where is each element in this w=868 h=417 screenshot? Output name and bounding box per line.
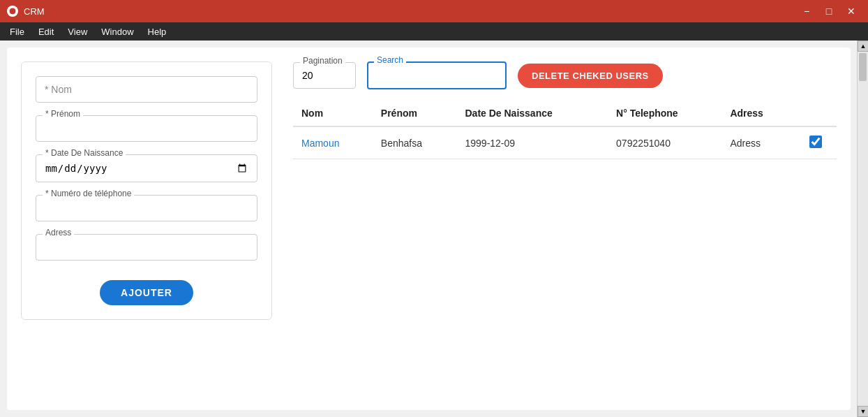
menu-view[interactable]: View bbox=[61, 24, 94, 39]
delete-checked-button[interactable]: DELETE CHEKED USERS bbox=[518, 64, 663, 88]
title-bar-left: CRM bbox=[7, 6, 45, 17]
adress-input[interactable] bbox=[36, 234, 257, 261]
menu-window[interactable]: Window bbox=[94, 24, 140, 39]
nom-label: * Nom bbox=[45, 84, 72, 95]
scroll-down-button[interactable]: ▼ bbox=[858, 406, 868, 417]
cell-telephone: 0792251040 bbox=[608, 126, 721, 159]
row-checkbox[interactable] bbox=[809, 136, 822, 148]
nom-field-group: * Nom bbox=[36, 76, 257, 103]
search-label: Search bbox=[374, 55, 406, 65]
table-row: MamounBenhafsa1999-12-090792251040Adress bbox=[293, 126, 837, 159]
search-input[interactable] bbox=[367, 61, 507, 89]
app-title: CRM bbox=[24, 6, 45, 17]
date-naissance-input[interactable] bbox=[36, 154, 257, 182]
menu-help[interactable]: Help bbox=[141, 24, 174, 39]
cell-prenom: Benhafsa bbox=[373, 126, 457, 159]
menu-file[interactable]: File bbox=[3, 24, 31, 39]
col-date-naissance: Date De Naissance bbox=[456, 101, 608, 126]
cell-date-naissance: 1999-12-09 bbox=[456, 126, 608, 159]
pagination-label: Pagination bbox=[300, 56, 345, 66]
form-panel: * Nom * Prénom * Date De Naissance * Num… bbox=[21, 61, 272, 320]
cell-checkbox[interactable] bbox=[794, 126, 837, 159]
nom-placeholder: * Nom bbox=[36, 76, 257, 103]
pagination-input[interactable] bbox=[293, 62, 356, 89]
col-checkbox bbox=[794, 101, 837, 126]
prenom-field-group: * Prénom bbox=[36, 115, 257, 142]
prenom-label: * Prénom bbox=[43, 109, 83, 119]
scrollbar-track[interactable] bbox=[858, 52, 868, 406]
top-controls: Pagination Search DELETE CHEKED USERS bbox=[293, 61, 837, 89]
users-table: Nom Prénom Date De Naissance N° Telephon… bbox=[293, 101, 837, 159]
right-panel: Pagination Search DELETE CHEKED USERS No… bbox=[293, 61, 837, 396]
adress-label: Adress bbox=[43, 228, 74, 237]
date-naissance-field-group: * Date De Naissance bbox=[36, 154, 257, 182]
search-group: Search bbox=[367, 61, 507, 89]
svg-point-0 bbox=[9, 8, 16, 15]
app-container: * Nom * Prénom * Date De Naissance * Num… bbox=[0, 41, 868, 417]
telephone-input[interactable] bbox=[36, 195, 257, 221]
col-prenom: Prénom bbox=[373, 101, 457, 126]
scroll-up-button[interactable]: ▲ bbox=[858, 41, 868, 52]
maximize-button[interactable]: □ bbox=[819, 4, 839, 18]
col-adress: Adress bbox=[721, 101, 794, 126]
minimize-button[interactable]: − bbox=[797, 4, 816, 18]
prenom-input[interactable] bbox=[36, 115, 257, 142]
adress-field-group: Adress bbox=[36, 234, 257, 261]
app-icon bbox=[7, 6, 18, 17]
scrollbar-thumb[interactable] bbox=[859, 53, 867, 81]
menu-bar: File Edit View Window Help bbox=[0, 22, 868, 41]
close-button[interactable]: ✕ bbox=[841, 4, 861, 18]
col-telephone: N° Telephone bbox=[608, 101, 721, 126]
window-controls: − □ ✕ bbox=[797, 4, 861, 18]
cell-nom[interactable]: Mamoun bbox=[293, 126, 373, 159]
title-bar: CRM − □ ✕ bbox=[0, 0, 868, 22]
menu-edit[interactable]: Edit bbox=[31, 24, 61, 39]
main-content: * Nom * Prénom * Date De Naissance * Num… bbox=[7, 47, 851, 410]
pagination-group: Pagination bbox=[293, 62, 356, 89]
col-nom: Nom bbox=[293, 101, 373, 126]
ajouter-button[interactable]: AJOUTER bbox=[100, 280, 193, 305]
scrollbar[interactable]: ▲ ▼ bbox=[857, 41, 868, 417]
telephone-field-group: * Numéro de téléphone bbox=[36, 195, 257, 221]
cell-adress: Adress bbox=[721, 126, 794, 159]
date-naissance-label: * Date De Naissance bbox=[43, 148, 126, 158]
telephone-label: * Numéro de téléphone bbox=[43, 189, 134, 198]
